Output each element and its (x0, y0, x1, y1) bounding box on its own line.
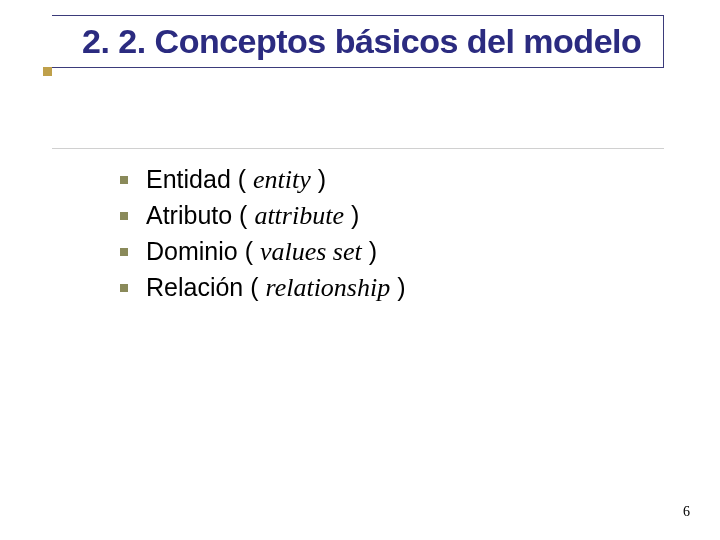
title-box: 2. 2. Conceptos básicos del modelo (52, 15, 664, 68)
term: Entidad (146, 165, 231, 193)
list-item-text: Dominio ( values set ) (146, 237, 377, 267)
english-term: relationship (266, 273, 391, 302)
english-term: attribute (254, 201, 344, 230)
concept-list: Entidad ( entity ) Atributo ( attribute … (120, 165, 406, 309)
bullet-icon (120, 176, 128, 184)
list-item-text: Entidad ( entity ) (146, 165, 326, 195)
term: Atributo (146, 201, 232, 229)
list-item: Dominio ( values set ) (120, 237, 406, 267)
bullet-icon (120, 284, 128, 292)
term: Dominio (146, 237, 238, 265)
term: Relación (146, 273, 243, 301)
english-term: values set (260, 237, 362, 266)
bullet-icon (120, 248, 128, 256)
list-item: Atributo ( attribute ) (120, 201, 406, 231)
title-underline (52, 148, 664, 149)
list-item: Entidad ( entity ) (120, 165, 406, 195)
list-item: Relación ( relationship ) (120, 273, 406, 303)
slide-title: 2. 2. Conceptos básicos del modelo (82, 20, 653, 63)
page-number: 6 (683, 504, 690, 520)
english-term: entity (253, 165, 311, 194)
bullet-icon (120, 212, 128, 220)
list-item-text: Relación ( relationship ) (146, 273, 406, 303)
list-item-text: Atributo ( attribute ) (146, 201, 359, 231)
title-container: 2. 2. Conceptos básicos del modelo (52, 15, 664, 68)
